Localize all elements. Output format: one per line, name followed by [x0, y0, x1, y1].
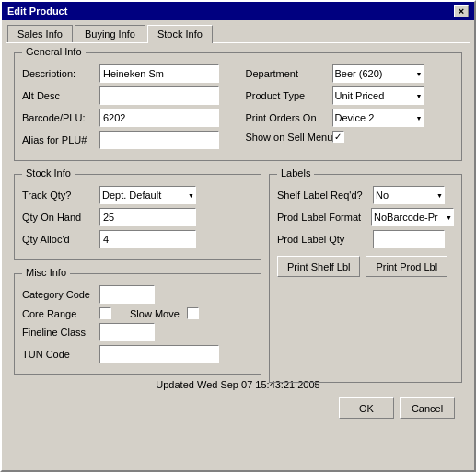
- qty-on-hand-label: Qty On Hand: [22, 212, 96, 223]
- stock-info-group: Stock Info Track Qty? Dept. Default Qty …: [14, 174, 261, 260]
- tab-content-area: General Info Description: Alt Desc: [6, 42, 470, 466]
- alt-desc-label: Alt Desc: [22, 90, 96, 101]
- department-label: Department: [246, 68, 329, 79]
- prod-label-format-select[interactable]: NoBarcode-Pric: [371, 208, 454, 226]
- core-range-checkbox[interactable]: [99, 307, 111, 319]
- product-type-select[interactable]: Unit Priced: [332, 86, 424, 105]
- description-input[interactable]: [99, 64, 219, 83]
- track-qty-select[interactable]: Dept. Default: [99, 186, 196, 204]
- fineline-class-input[interactable]: [99, 323, 155, 341]
- alt-desc-input[interactable]: [99, 86, 219, 105]
- ok-button[interactable]: OK: [339, 397, 394, 419]
- department-select[interactable]: Beer (620): [332, 64, 424, 83]
- general-info-group: General Info Description: Alt Desc: [14, 52, 462, 161]
- product-type-label: Product Type: [246, 90, 329, 101]
- general-info-label: General Info: [22, 46, 86, 57]
- qty-on-hand-input[interactable]: [99, 208, 196, 226]
- show-sell-menu-label: Show on Sell Menu: [246, 132, 329, 143]
- print-prod-lbl-button[interactable]: Print Prod Lbl: [366, 256, 447, 277]
- qty-allocd-input[interactable]: [99, 230, 196, 248]
- cancel-button[interactable]: Cancel: [400, 397, 455, 419]
- print-orders-select[interactable]: Device 2: [332, 109, 424, 127]
- print-shelf-lbl-button[interactable]: Print Shelf Lbl: [277, 256, 360, 277]
- tun-code-input[interactable]: [99, 345, 219, 363]
- window-title: Edit Product: [7, 6, 67, 17]
- alias-input[interactable]: [99, 131, 219, 149]
- tab-stock-info[interactable]: Stock Info: [147, 25, 213, 43]
- ok-cancel-area: OK Cancel: [14, 394, 462, 424]
- labels-group-label: Labels: [277, 167, 314, 178]
- alias-label: Alias for PLU#: [22, 134, 96, 145]
- misc-info-label: Misc Info: [22, 267, 70, 278]
- track-qty-label: Track Qty?: [22, 190, 96, 201]
- core-range-label: Core Range: [22, 308, 96, 319]
- tab-buying-info[interactable]: Buying Info: [75, 25, 145, 43]
- labels-group: Labels Shelf Label Req'd? No Prod Label …: [269, 174, 462, 383]
- tun-code-label: TUN Code: [22, 349, 96, 360]
- show-sell-menu-checkbox[interactable]: [332, 131, 344, 143]
- shelf-label-reqd-label: Shelf Label Req'd?: [277, 190, 369, 201]
- edit-product-window: Edit Product × Sales Info Buying Info St…: [0, 0, 476, 472]
- category-code-label: Category Code: [22, 289, 96, 300]
- misc-info-group: Misc Info Category Code Core Range Slow …: [14, 273, 261, 375]
- slow-move-checkbox[interactable]: [187, 307, 199, 319]
- qty-allocd-label: Qty Alloc'd: [22, 234, 96, 245]
- category-code-input[interactable]: [99, 285, 155, 304]
- slow-move-label: Slow Move: [130, 308, 180, 319]
- shelf-label-reqd-select[interactable]: No: [373, 186, 445, 204]
- tab-bar: Sales Info Buying Info Stock Info: [2, 20, 474, 42]
- fineline-class-label: Fineline Class: [22, 327, 96, 338]
- close-button[interactable]: ×: [454, 5, 469, 17]
- print-orders-label: Print Orders On: [246, 112, 329, 123]
- prod-label-qty-label: Prod Label Qty: [277, 234, 369, 245]
- prod-label-format-label: Prod Label Format: [277, 212, 367, 223]
- title-bar: Edit Product ×: [2, 2, 474, 20]
- barcode-label: Barcode/PLU:: [22, 112, 96, 123]
- tab-sales-info[interactable]: Sales Info: [7, 25, 73, 43]
- description-label: Description:: [22, 68, 96, 79]
- barcode-input[interactable]: [99, 109, 219, 127]
- stock-info-label: Stock Info: [22, 167, 75, 178]
- prod-label-qty-input[interactable]: [373, 230, 445, 248]
